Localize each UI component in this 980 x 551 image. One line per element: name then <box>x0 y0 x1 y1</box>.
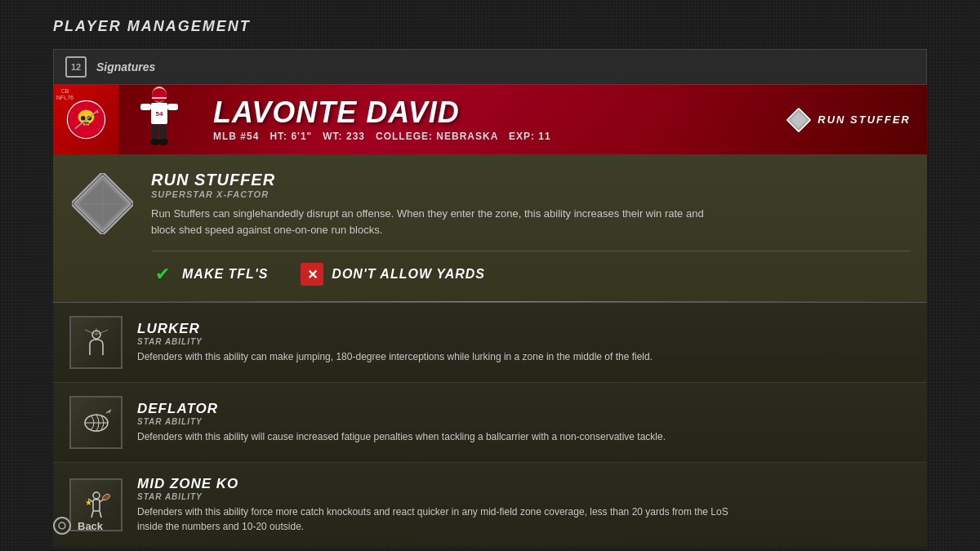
mid-zone-ko-name: MID ZONE KO <box>137 476 750 492</box>
svg-point-21 <box>158 139 168 145</box>
xfactor-name: RUN STUFFER <box>151 171 911 189</box>
page-title: PLAYER MANAGEMENT <box>53 18 251 35</box>
lurker-description: Defenders with this ability can make jum… <box>137 349 653 364</box>
lurker-ability-icon <box>80 327 113 359</box>
player-details: MLB #54 HT: 6'1" WT: 233 COLLEGE: NEBRAS… <box>213 131 773 142</box>
player-info: LAVONTE DAVID MLB #54 HT: 6'1" WT: 233 C… <box>200 90 786 150</box>
deflator-ability-icon <box>80 407 113 439</box>
player-name: LAVONTE DAVID <box>213 98 773 127</box>
conditions-row: ✔ MAKE TFL'S ✕ DON'T ALLOW YARDS <box>151 251 911 286</box>
xfactor-badge: RUN STUFFER <box>786 108 911 132</box>
deflator-name: DEFLATOR <box>137 401 666 417</box>
check-icon: ✔ <box>151 263 174 286</box>
xfactor-text-block: RUN STUFFER SUPERSTAR X-FACTOR Run Stuff… <box>151 171 911 286</box>
mid-zone-ko-text-block: MID ZONE KO STAR ABILITY Defenders with … <box>137 476 750 534</box>
svg-point-48 <box>59 522 65 529</box>
signatures-bar: 12 Signatures <box>53 49 927 85</box>
bucs-logo-icon <box>64 97 109 142</box>
signatures-label: Signatures <box>96 60 155 73</box>
back-button-label: Back <box>78 520 103 532</box>
diamond-badge-icon <box>786 108 811 132</box>
circle-button-icon <box>57 521 67 531</box>
deflator-text-block: DEFLATOR STAR ABILITY Defenders with thi… <box>137 401 666 444</box>
svg-rect-7 <box>85 123 87 126</box>
player-image: 54 <box>118 85 200 154</box>
svg-point-2 <box>78 109 94 124</box>
svg-rect-41 <box>93 500 100 511</box>
xfactor-description: Run Stuffers can singlehandedly disrupt … <box>151 206 723 238</box>
lurker-ability: LURKER STAR ABILITY Defenders with this … <box>53 303 927 383</box>
signatures-badge: 12 <box>65 56 87 78</box>
lurker-text-block: LURKER STAR ABILITY Defenders with this … <box>137 321 653 364</box>
deflator-type: STAR ABILITY <box>137 417 666 426</box>
team-badge: CB NFL76 <box>56 88 74 102</box>
xfactor-type: SUPERSTAR X-FACTOR <box>151 189 911 199</box>
mid-zone-ko-description: Defenders with this ability force more c… <box>137 504 750 534</box>
condition-met: ✔ MAKE TFL'S <box>151 263 268 286</box>
lurker-name: LURKER <box>137 321 653 337</box>
main-content: 12 Signatures CB NFL76 <box>53 49 927 510</box>
mid-zone-ko-ability: ★ MID ZONE KO STAR ABILITY Defenders wit… <box>53 463 927 547</box>
team-logo: CB NFL76 <box>53 85 118 154</box>
xfactor-badge-label: RUN STUFFER <box>817 113 911 126</box>
deflator-icon <box>69 396 122 449</box>
back-button-circle <box>53 517 71 535</box>
deflator-ability: DEFLATOR STAR ABILITY Defenders with thi… <box>53 383 927 463</box>
svg-text:★: ★ <box>85 498 92 507</box>
xfactor-diamond-icon <box>72 173 133 234</box>
deflator-description: Defenders with this ability will cause i… <box>137 429 666 444</box>
svg-rect-18 <box>152 124 158 140</box>
back-button[interactable]: Back <box>53 517 103 535</box>
player-silhouette-icon: 54 <box>122 85 196 154</box>
svg-rect-17 <box>167 104 178 110</box>
xfactor-ability: RUN STUFFER SUPERSTAR X-FACTOR Run Stuff… <box>53 154 927 303</box>
xfactor-icon-container <box>69 171 135 236</box>
condition-met-text: MAKE TFL'S <box>182 267 268 282</box>
condition-fail-text: DON'T ALLOW YARDS <box>332 267 485 282</box>
svg-rect-19 <box>160 124 167 140</box>
abilities-container: RUN STUFFER SUPERSTAR X-FACTOR Run Stuff… <box>53 154 927 547</box>
svg-point-40 <box>93 492 100 499</box>
svg-rect-8 <box>87 123 89 126</box>
mid-zone-ko-type: STAR ABILITY <box>137 492 750 501</box>
svg-point-3 <box>80 116 85 121</box>
condition-fail: ✕ DON'T ALLOW YARDS <box>301 263 485 286</box>
lurker-type: STAR ABILITY <box>137 337 653 346</box>
svg-text:54: 54 <box>156 110 163 118</box>
svg-rect-16 <box>140 104 151 110</box>
x-icon: ✕ <box>301 263 323 286</box>
lurker-icon <box>69 316 122 369</box>
player-banner: CB NFL76 <box>53 85 927 154</box>
svg-rect-6 <box>83 123 85 126</box>
